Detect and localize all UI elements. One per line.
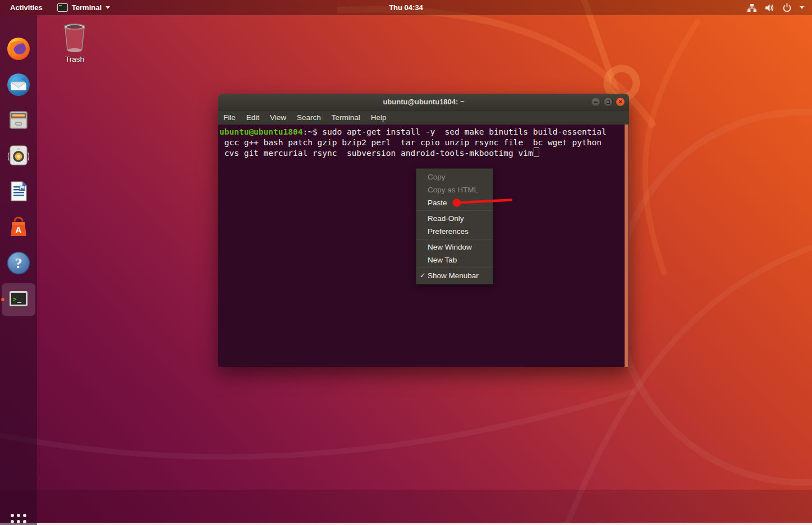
dock-running-dot: [1, 298, 4, 301]
minimize-button[interactable]: [591, 97, 600, 107]
menu-item-new-window[interactable]: New Window: [416, 241, 493, 254]
volume-icon[interactable]: [765, 3, 774, 12]
menu-item-read-only[interactable]: Read-Only: [416, 212, 493, 225]
app-menu-label: Terminal: [72, 3, 102, 12]
window-title: ubuntu@ubuntu1804: ~: [383, 98, 464, 106]
dock-item-ubuntu-software[interactable]: A: [6, 214, 31, 240]
desktop: Activities Terminal Thu 04:34: [0, 0, 812, 525]
scrollbar[interactable]: [625, 125, 629, 367]
menu-separator: [416, 268, 493, 268]
clock[interactable]: Thu 04:34: [0, 3, 812, 12]
top-bar: Activities Terminal Thu 04:34: [0, 0, 812, 15]
terminal-gt-glyph: >: [13, 296, 17, 303]
dock-item-files[interactable]: [6, 107, 31, 133]
menu-terminal[interactable]: Terminal: [332, 113, 360, 122]
wallpaper-bottom-band: [0, 490, 812, 523]
terminal-underscore-glyph: _: [17, 296, 21, 303]
prompt-user: ubuntu@ubuntu1804: [219, 127, 302, 136]
check-icon: ✓: [420, 269, 425, 282]
menu-item-copy-as-html: Copy as HTML: [416, 183, 493, 196]
trash-label: Trash: [58, 55, 91, 63]
rhythmbox-icon: [6, 142, 31, 168]
dock-item-libreoffice-writer[interactable]: [6, 178, 31, 204]
screen-bottom-strip: [0, 523, 812, 525]
menu-file[interactable]: File: [223, 113, 236, 122]
menu-item-preferences[interactable]: Preferences: [416, 225, 493, 238]
power-icon[interactable]: [782, 3, 792, 12]
window-menubar: File Edit View Search Terminal Help: [218, 110, 629, 125]
help-icon: ?: [6, 250, 31, 276]
firefox-icon: [6, 36, 31, 62]
dock: A ? > _: [0, 15, 37, 525]
app-grid-icon: [6, 509, 31, 525]
maximize-button[interactable]: [603, 97, 613, 107]
window-titlebar[interactable]: ubuntu@ubuntu1804: ~ ×: [218, 94, 629, 110]
terminal-line-3: cvs git mercurial rsync subversion andro…: [219, 148, 539, 158]
prompt-colon: :: [302, 127, 308, 136]
thunderbird-icon: [6, 72, 31, 98]
software-a-glyph: A: [16, 225, 22, 234]
app-menu[interactable]: Terminal: [57, 3, 110, 12]
dock-item-help[interactable]: ?: [6, 250, 31, 276]
dock-item-terminal[interactable]: > _: [6, 286, 31, 312]
menu-separator: [416, 239, 493, 240]
writer-icon: [6, 178, 31, 204]
menu-item-show-menubar[interactable]: ✓Show Menubar: [416, 269, 493, 282]
menu-item-new-tab[interactable]: New Tab: [416, 254, 493, 266]
dock-item-rhythmbox[interactable]: [6, 142, 31, 168]
prompt-symbol: $: [313, 127, 318, 136]
menu-search[interactable]: Search: [297, 113, 321, 122]
command-text: sudo apt-get install -y sed make binutil…: [318, 127, 607, 136]
files-icon: [6, 107, 31, 133]
dock-item-thunderbird[interactable]: [6, 72, 31, 98]
chevron-down-icon[interactable]: [800, 6, 804, 9]
menu-edit[interactable]: Edit: [246, 113, 259, 122]
chevron-down-icon: [105, 6, 110, 9]
close-button[interactable]: ×: [616, 97, 625, 107]
dock-item-firefox[interactable]: [6, 36, 31, 62]
menu-view[interactable]: View: [270, 113, 286, 122]
terminal-app-icon: [57, 3, 68, 12]
terminal-line-2: gcc g++ bash patch gzip bzip2 perl tar c…: [219, 137, 602, 148]
trash-icon: [59, 22, 90, 54]
terminal-cursor: [534, 148, 539, 157]
menu-item-copy: Copy: [416, 171, 493, 183]
software-icon: A: [6, 214, 31, 240]
menu-separator: [416, 210, 493, 211]
activities-button[interactable]: Activities: [10, 3, 43, 12]
help-qmark-glyph: ?: [15, 255, 22, 271]
terminal-icon: > _: [6, 286, 31, 312]
terminal-line-1: ubuntu@ubuntu1804:~$ sudo apt-get instal…: [219, 127, 607, 137]
menu-item-paste[interactable]: Paste: [416, 196, 493, 209]
network-icon[interactable]: [747, 3, 757, 12]
prompt-path: ~: [308, 127, 313, 136]
dock-item-show-applications[interactable]: [6, 509, 31, 525]
menu-help[interactable]: Help: [371, 113, 387, 122]
close-icon: ×: [618, 99, 622, 105]
context-menu: Copy Copy as HTML Paste Read-Only Prefer…: [416, 168, 493, 284]
trash-shortcut[interactable]: Trash: [58, 22, 91, 63]
